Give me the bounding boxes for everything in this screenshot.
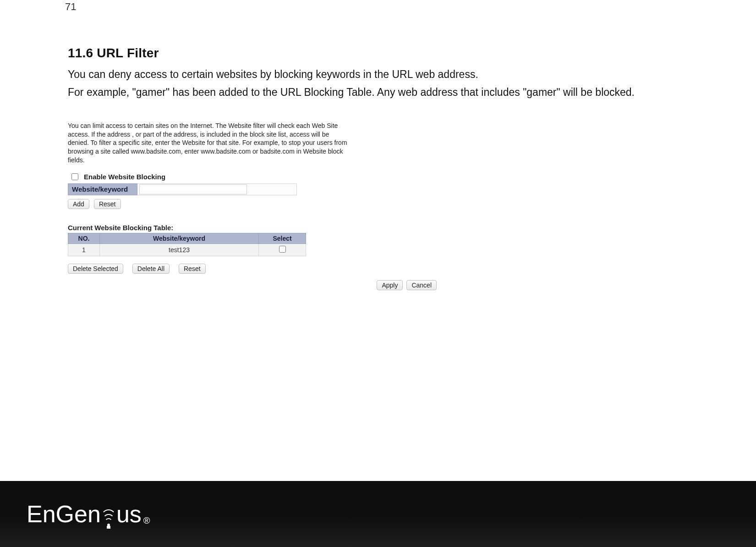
col-header-keyword: Website/keyword [100, 233, 259, 244]
cell-select [259, 244, 306, 256]
ui-description-text: You can limit access to certain sites on… [68, 122, 352, 165]
brand-logo: EnGen us ® [27, 502, 150, 526]
cancel-button[interactable]: Cancel [406, 280, 437, 290]
delete-all-button[interactable]: Delete All [132, 264, 170, 274]
footer-band: EnGen us ® [0, 481, 756, 547]
brand-text-part2: us [116, 502, 142, 526]
reset-button[interactable]: Reset [94, 199, 121, 209]
section-paragraph-2: For example, "gamer" has been added to t… [68, 85, 700, 100]
col-header-no: NO. [68, 233, 100, 244]
embedded-ui-screenshot: You can limit access to certain sites on… [68, 122, 437, 290]
blocking-table: NO. Website/keyword Select 1 test123 [68, 233, 306, 256]
table-reset-button[interactable]: Reset [179, 264, 206, 274]
row-select-checkbox[interactable] [279, 246, 286, 253]
add-button[interactable]: Add [68, 199, 89, 209]
col-header-select: Select [259, 233, 306, 244]
cell-no: 1 [68, 244, 100, 256]
cell-keyword: test123 [100, 244, 259, 256]
brand-text-part1: EnGen [27, 502, 101, 526]
table-row: 1 test123 [68, 244, 306, 256]
main-content: 11.6 URL Filter You can deny access to c… [68, 46, 700, 290]
keyword-input[interactable] [139, 184, 247, 194]
enable-blocking-label: Enable Website Blocking [84, 173, 165, 181]
registered-mark: ® [143, 515, 150, 526]
wifi-icon [101, 508, 116, 528]
delete-selected-button[interactable]: Delete Selected [68, 264, 123, 274]
page-number: 71 [65, 1, 76, 13]
apply-button[interactable]: Apply [377, 280, 403, 290]
section-heading: 11.6 URL Filter [68, 46, 700, 61]
enable-blocking-checkbox[interactable] [71, 173, 78, 180]
keyword-field-label: Website/keyword [68, 183, 137, 195]
section-paragraph-1: You can deny access to certain websites … [68, 67, 700, 82]
blocking-table-title: Current Website Blocking Table: [68, 224, 437, 232]
